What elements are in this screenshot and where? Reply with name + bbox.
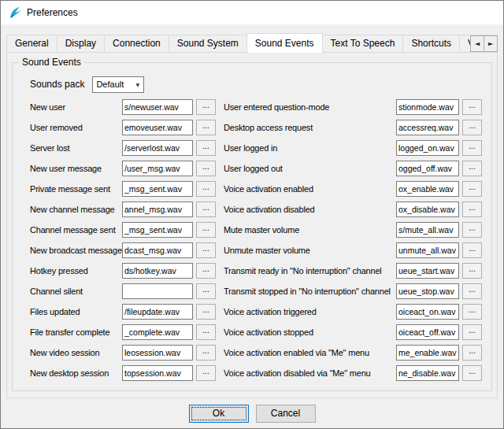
tab-text-to-speech[interactable]: Text To Speech [322,35,404,53]
titlebar: Preferences [1,1,503,24]
sound-file-input[interactable] [122,181,193,197]
sound-event-row: New video session ... [30,345,216,361]
sound-file-input[interactable] [122,99,193,115]
browse-button[interactable]: ... [196,242,216,258]
browse-button[interactable]: ... [196,161,216,176]
browse-button[interactable]: ... [462,242,482,258]
tab-shortcuts[interactable]: Shortcuts [402,35,460,53]
browse-button[interactable]: ... [462,324,482,340]
sound-events-group: Sound Events Sounds pack Default ▼ New u… [12,62,492,391]
browse-button[interactable]: ... [462,140,482,156]
browse-button[interactable]: ... [462,365,482,381]
sound-event-row: Server lost ... [30,140,216,156]
sound-event-label: Mute master volume [224,225,396,235]
sound-file-input[interactable] [396,99,459,115]
sound-file-input[interactable] [396,365,459,381]
tab-scroll-left-button[interactable]: ◄ [470,35,484,52]
sound-file-input[interactable] [396,283,459,299]
sound-file-input[interactable] [396,324,459,340]
sound-file-input[interactable] [396,202,459,217]
sound-file-input[interactable] [122,120,193,135]
browse-button[interactable]: ... [462,99,482,115]
sound-event-label: Channel silent [30,287,122,296]
browse-button[interactable]: ... [462,161,482,176]
sound-file-input[interactable] [122,365,193,381]
browse-button[interactable]: ... [462,202,482,217]
ok-button[interactable]: Ok [189,405,249,423]
sound-file-input[interactable] [122,140,193,156]
browse-button[interactable]: ... [196,99,216,115]
browse-button[interactable]: ... [196,181,216,197]
sound-event-columns: New user ... User removed ... Server los… [30,99,482,386]
sound-file-input[interactable] [396,140,459,156]
preferences-dialog: Preferences ◄ ► GeneralDisplayConnection… [0,0,504,429]
sound-file-input[interactable] [122,304,193,320]
sound-event-label: Channel message sent [30,225,122,235]
sound-event-label: User logged in [224,143,396,153]
sound-event-row: Transmit stopped in "No interruption" ch… [224,283,482,299]
sound-file-input[interactable] [122,202,193,217]
sound-event-row: New channel message ... [30,202,216,217]
browse-button[interactable]: ... [196,140,216,156]
browse-button[interactable]: ... [462,283,482,299]
tab-display[interactable]: Display [57,35,105,53]
sound-event-label: Unmute master volume [224,246,396,255]
sound-event-label: User logged out [224,164,396,173]
sound-event-row: New user ... [30,99,216,115]
sound-event-label: New broadcast message [30,246,122,255]
sound-file-input[interactable] [396,222,459,238]
sound-event-row: User logged out ... [224,161,482,176]
sound-file-input[interactable] [396,161,459,176]
sound-event-row: Channel silent ... [30,283,216,299]
sound-event-label: Voice activation disabled via "Me" menu [224,368,396,378]
browse-button[interactable]: ... [196,222,216,238]
browse-button[interactable]: ... [196,304,216,320]
sound-event-row: Voice activation enabled ... [224,181,482,197]
sound-event-label: Transmit ready in "No interruption" chan… [224,266,396,276]
sound-file-input[interactable] [122,345,193,361]
sound-file-input[interactable] [122,324,193,340]
sound-file-input[interactable] [122,242,193,258]
sound-file-input[interactable] [396,345,459,361]
sound-event-label: Private message sent [30,184,122,194]
sound-file-input[interactable] [396,263,459,279]
browse-button[interactable]: ... [462,304,482,320]
tab-scroll-right-button[interactable]: ► [484,35,498,52]
cancel-button[interactable]: Cancel [256,405,316,423]
sound-event-label: New user message [30,164,122,173]
tab-connection[interactable]: Connection [104,35,169,53]
sound-event-row: Voice activation triggered ... [224,304,482,320]
browse-button[interactable]: ... [462,345,482,361]
browse-button[interactable]: ... [196,345,216,361]
tab-general[interactable]: General [6,35,57,53]
browse-button[interactable]: ... [196,283,216,299]
sound-file-input[interactable] [122,263,193,279]
tab-panel: Sound Events Sounds pack Default ▼ New u… [6,52,498,398]
browse-button[interactable]: ... [196,263,216,279]
tab-sound-events[interactable]: Sound Events [246,33,323,53]
sound-file-input[interactable] [122,222,193,238]
sound-file-input[interactable] [122,283,193,299]
sound-file-input[interactable] [396,304,459,320]
browse-button[interactable]: ... [196,324,216,340]
tab-sound-system[interactable]: Sound System [169,35,247,53]
browse-button[interactable]: ... [196,120,216,135]
sounds-pack-select[interactable]: Default ▼ [92,76,144,93]
browse-button[interactable]: ... [196,365,216,381]
browse-button[interactable]: ... [462,181,482,197]
sound-event-row: User logged in ... [224,140,482,156]
sound-file-input[interactable] [396,181,459,197]
sound-file-input[interactable] [396,120,459,135]
sound-event-label: Server lost [30,143,122,153]
browse-button[interactable]: ... [462,120,482,135]
browse-button[interactable]: ... [196,202,216,217]
sound-file-input[interactable] [396,242,459,258]
tab-bar: ◄ ► GeneralDisplayConnectionSound System… [6,31,498,53]
sound-event-label: Voice activation enabled via "Me" menu [224,348,396,357]
browse-button[interactable]: ... [462,263,482,279]
sound-event-label: Files updated [30,307,122,316]
window-title: Preferences [27,7,78,18]
sound-file-input[interactable] [122,161,193,176]
sound-event-row: New user message ... [30,161,216,176]
browse-button[interactable]: ... [462,222,482,238]
